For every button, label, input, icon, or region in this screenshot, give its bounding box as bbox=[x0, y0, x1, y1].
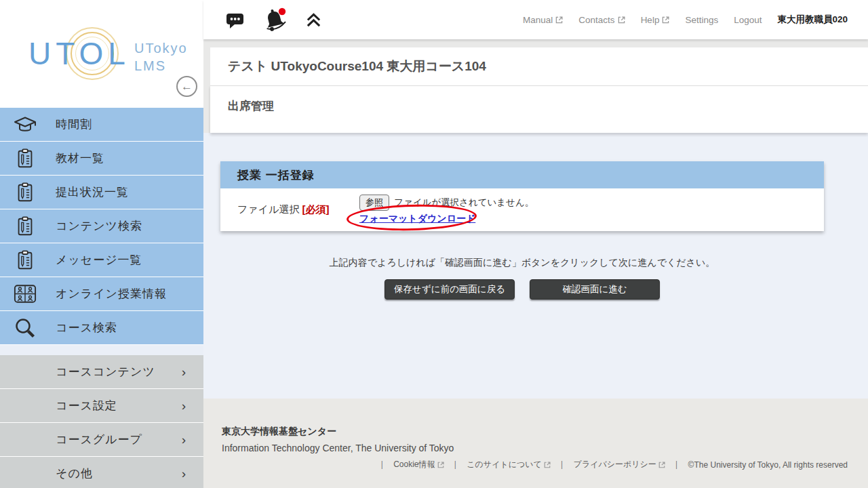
panel-body: ファイル選択[必須] 参照 ファイルが選択されていません。 フォーマットダウンロ… bbox=[220, 188, 824, 231]
instruction-text: 上記内容でよろしければ「確認画面に進む」ボタンをクリックして次に進んでください。 bbox=[220, 257, 824, 269]
external-link-icon bbox=[658, 462, 665, 468]
chevron-right-icon: › bbox=[182, 466, 186, 481]
panel-title: 授業 一括登録 bbox=[237, 167, 315, 183]
chevron-right-icon: › bbox=[182, 432, 186, 447]
proceed-to-confirm-button[interactable]: 確認画面に進む bbox=[530, 279, 660, 300]
clipboard-icon bbox=[13, 148, 37, 169]
nav-contacts-link[interactable]: Contacts bbox=[578, 15, 625, 25]
sidebar-item-messages[interactable]: メッセージ一覧 bbox=[0, 243, 203, 277]
clipboard-icon bbox=[13, 182, 37, 203]
sidebar-item-materials[interactable]: 教材一覧 bbox=[0, 142, 203, 175]
sidebar-item-course-contents[interactable]: コースコンテンツ › bbox=[0, 355, 203, 388]
topbar-icons bbox=[225, 7, 322, 33]
user-name[interactable]: 東大用教職員020 bbox=[777, 14, 848, 26]
clipboard-icon bbox=[13, 249, 37, 271]
privacy-policy-link[interactable]: プライバシーポリシー bbox=[574, 459, 665, 470]
footer-link-label: Cookie情報 bbox=[393, 459, 435, 470]
sidebar-item-label: コンテンツ検索 bbox=[56, 218, 142, 234]
course-title-bar: テスト UTokyoCourse104 東大用コース104 bbox=[210, 47, 868, 85]
external-link-icon bbox=[437, 462, 444, 468]
browse-button[interactable]: 参照 bbox=[359, 195, 389, 211]
sidebar-item-course-group[interactable]: コースグループ › bbox=[0, 423, 203, 456]
chevron-right-icon: › bbox=[182, 365, 186, 380]
sidebar-collapse-button[interactable]: ← bbox=[176, 76, 197, 97]
sidebar-item-timetable[interactable]: 時間割 bbox=[0, 108, 203, 141]
logo-area: UTOL UTokyoLMS ← bbox=[0, 0, 203, 107]
required-badge: [必須] bbox=[302, 203, 329, 215]
file-label-text: ファイル選択 bbox=[237, 203, 299, 215]
sidebar-item-online-class[interactable]: オンライン授業情報 bbox=[0, 277, 203, 310]
sidebar-item-label: コース検索 bbox=[56, 320, 117, 336]
sidebar-item-label: 教材一覧 bbox=[56, 150, 104, 166]
search-icon bbox=[13, 317, 37, 340]
graduation-cap-icon bbox=[13, 115, 37, 135]
external-link-icon bbox=[618, 16, 625, 24]
back-without-saving-button[interactable]: 保存せずに前の画面に戻る bbox=[384, 279, 515, 300]
nav-label: Logout bbox=[734, 15, 762, 25]
format-download-link[interactable]: フォーマットダウンロード bbox=[359, 213, 475, 225]
nav-label: Help bbox=[641, 15, 660, 25]
sidebar-item-course-search[interactable]: コース検索 bbox=[0, 311, 203, 344]
nav-settings-link[interactable]: Settings bbox=[685, 15, 718, 25]
sidebar: UTOL UTokyoLMS ← 時間割 bbox=[0, 0, 203, 488]
notification-bell-icon[interactable] bbox=[263, 7, 288, 33]
course-title: テスト UTokyoCourse104 東大用コース104 bbox=[228, 58, 486, 75]
external-link-icon bbox=[662, 16, 669, 24]
sidebar-divider bbox=[0, 345, 203, 355]
sidebar-menu: 時間割 教材一覧 bbox=[0, 108, 203, 488]
sidebar-item-label: メッセージ一覧 bbox=[56, 252, 142, 268]
section-title-bar: 出席管理 bbox=[210, 85, 868, 133]
message-bubble-icon[interactable] bbox=[225, 9, 245, 30]
footer-links: ｜ Cookie情報 ｜ このサイトについて ｜ プライバシーポリシー ｜ ©T… bbox=[222, 459, 868, 470]
logo-subtitle-line1: UTokyo bbox=[134, 41, 188, 56]
topbar-nav: Manual Contacts Help Settings Logout 東 bbox=[523, 14, 868, 26]
external-link-icon bbox=[555, 16, 563, 24]
utol-lms-app: UTOL UTokyoLMS ← 時間割 bbox=[0, 0, 868, 488]
notification-badge bbox=[279, 8, 285, 15]
online-class-icon bbox=[13, 284, 37, 304]
nav-help-link[interactable]: Help bbox=[641, 15, 670, 25]
nav-logout-link[interactable]: Logout bbox=[734, 15, 762, 25]
nav-manual-link[interactable]: Manual bbox=[523, 15, 563, 25]
file-field: 参照 ファイルが選択されていません。 フォーマットダウンロード bbox=[359, 195, 534, 225]
sidebar-item-content-search[interactable]: コンテンツ検索 bbox=[0, 209, 203, 243]
footer-separator: ｜ bbox=[452, 459, 460, 470]
copyright-text: ©The University of Tokyo, All rights res… bbox=[688, 460, 848, 470]
main-area: Manual Contacts Help Settings Logout 東 bbox=[203, 0, 868, 488]
utol-logo: UTOL bbox=[28, 35, 130, 72]
sidebar-item-label: コース設定 bbox=[56, 398, 117, 413]
sidebar-item-label: コースグループ bbox=[56, 432, 142, 447]
back-arrow-icon: ← bbox=[181, 80, 193, 93]
nav-label: Contacts bbox=[578, 15, 614, 25]
no-file-selected-text: ファイルが選択されていません。 bbox=[394, 197, 534, 209]
external-link-icon bbox=[544, 462, 551, 468]
footer-link-label: プライバシーポリシー bbox=[574, 459, 656, 470]
sidebar-item-label: オンライン授業情報 bbox=[56, 286, 167, 302]
cookie-info-link[interactable]: Cookie情報 bbox=[393, 459, 443, 470]
chevron-right-icon: › bbox=[182, 399, 186, 413]
file-input: 参照 ファイルが選択されていません。 bbox=[359, 195, 534, 211]
panel-header: 授業 一括登録 bbox=[220, 161, 824, 188]
footer-separator: ｜ bbox=[378, 459, 386, 470]
footer: 東京大学情報基盤センター Information Technology Cent… bbox=[203, 399, 868, 488]
collapse-up-icon[interactable] bbox=[305, 12, 322, 28]
sidebar-item-course-settings[interactable]: コース設定 › bbox=[0, 389, 203, 422]
action-buttons: 保存せずに前の画面に戻る 確認画面に進む bbox=[220, 279, 824, 300]
sidebar-item-submissions[interactable]: 提出状況一覧 bbox=[0, 176, 203, 209]
footer-separator: ｜ bbox=[673, 459, 681, 470]
topbar: Manual Contacts Help Settings Logout 東 bbox=[203, 0, 868, 39]
bulk-register-panel: 授業 一括登録 ファイル選択[必須] 参照 ファイルが選択されていません。 フォ… bbox=[220, 161, 824, 231]
sidebar-item-label: その他 bbox=[56, 466, 93, 481]
sidebar-item-label: コースコンテンツ bbox=[56, 364, 155, 380]
about-site-link[interactable]: このサイトについて bbox=[467, 459, 551, 470]
logo-subtitle-line2: LMS bbox=[134, 58, 166, 73]
footer-org-en: Information Technology Center, The Unive… bbox=[222, 443, 868, 453]
file-select-label: ファイル選択[必須] bbox=[237, 203, 359, 216]
footer-separator: ｜ bbox=[558, 459, 566, 470]
nav-label: Manual bbox=[523, 15, 553, 25]
sidebar-item-label: 時間割 bbox=[56, 117, 92, 132]
footer-link-label: このサイトについて bbox=[467, 459, 542, 470]
content-area: 授業 一括登録 ファイル選択[必須] 参照 ファイルが選択されていません。 フォ… bbox=[203, 133, 868, 399]
sidebar-item-others[interactable]: その他 › bbox=[0, 457, 203, 488]
footer-org-ja: 東京大学情報基盤センター bbox=[222, 426, 868, 438]
